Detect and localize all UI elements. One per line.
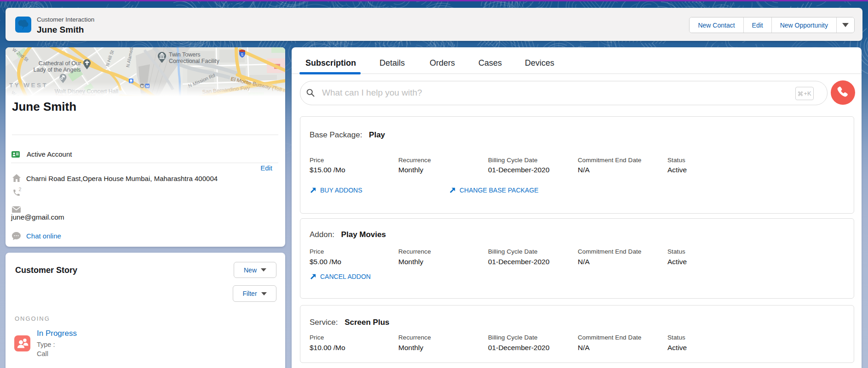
svg-text:2: 2: [19, 187, 22, 192]
